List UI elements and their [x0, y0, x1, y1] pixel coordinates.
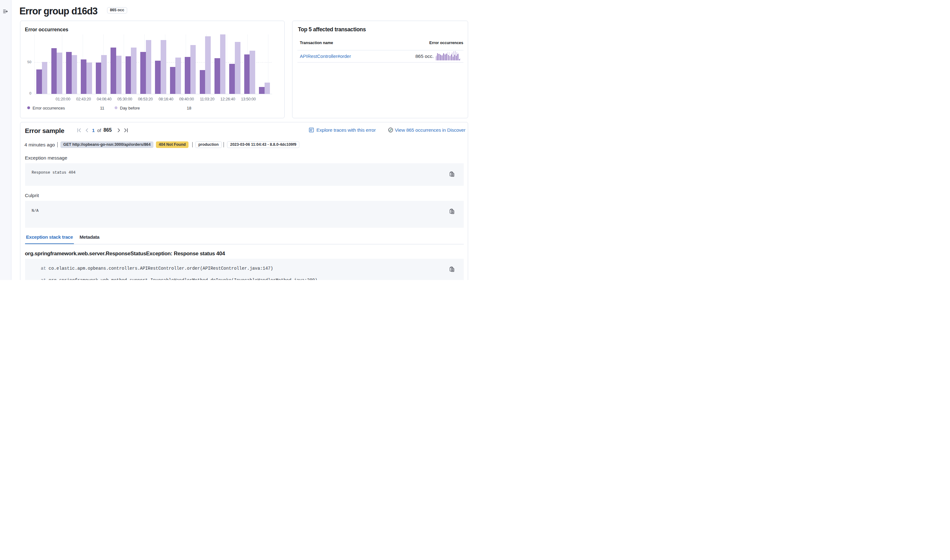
copy-exception-message-button[interactable]: [450, 171, 454, 177]
copy-clipboard-icon: [450, 209, 454, 214]
stack-trace-frame: at org.springframework.web.method.suppor…: [41, 278, 318, 280]
bar-day-before: [175, 58, 181, 94]
bar-day-before: [190, 45, 196, 94]
bar-error-occurrences: [81, 60, 86, 94]
bar-error-occurrences: [229, 64, 235, 94]
pagination-of-label: of: [97, 128, 102, 133]
copy-culprit-button[interactable]: [450, 209, 454, 214]
table-row-divider: [298, 62, 463, 63]
bar-error-occurrences: [140, 52, 146, 94]
release-badge: 2023-03-06 11:04:43 - 8.8.0-4dc109f9: [227, 142, 299, 148]
bar-error-occurrences: [200, 70, 205, 94]
arrow-left-icon: [84, 128, 89, 133]
bar-day-before: [205, 36, 211, 94]
chart-vertical-gridline: [227, 34, 227, 94]
bar-day-before: [265, 83, 270, 94]
transaction-occurrences-value: 865 occ.: [415, 54, 434, 59]
meta-separator: [192, 142, 193, 147]
error-timestamp-ago: 4 minutes ago: [25, 142, 55, 148]
top-transactions-title: Top 5 affected transactions: [298, 26, 366, 33]
column-header-transaction-name: Transaction name: [300, 41, 333, 45]
legend-dot-icon: [27, 106, 30, 109]
pagination-previous-button[interactable]: [84, 128, 89, 133]
stack-frame-location: co.elastic.apm.opbeans.controllers.APIRe…: [49, 266, 273, 271]
stack-frame-location: org.springframework.web.method.support.I…: [49, 278, 318, 280]
pagination-next-button[interactable]: [116, 128, 122, 133]
chart-x-tick-label: 01:20:00: [52, 97, 74, 102]
bar-day-before: [72, 55, 77, 94]
pagination-current-page[interactable]: 1: [92, 128, 94, 133]
bar-day-before: [131, 48, 137, 94]
environment-badge: production: [195, 142, 222, 148]
bar-error-occurrences: [170, 67, 176, 94]
apm-trace-icon: [309, 127, 314, 133]
legend-dot-icon: [115, 106, 117, 109]
legend-value: 11: [100, 106, 105, 111]
arrow-start-icon: [77, 128, 82, 133]
bar-day-before: [57, 52, 62, 94]
stack-frame-at-prefix: at: [41, 266, 49, 271]
transaction-link[interactable]: APIRestController#order: [300, 54, 351, 59]
sparkline-bar: [460, 58, 460, 60]
chart-x-tick-label: 12:26:40: [217, 97, 239, 102]
active-tab-underline: [25, 243, 74, 244]
stack-trace-block: at co.elastic.apm.opbeans.controllers.AP…: [25, 259, 464, 280]
bar-day-before: [42, 62, 48, 94]
discover-compass-icon: [388, 127, 393, 133]
arrow-end-icon: [123, 128, 128, 133]
bar-error-occurrences: [111, 48, 116, 94]
legend-label: Day before: [120, 106, 140, 111]
culprit-block: N/A: [25, 201, 464, 228]
bar-day-before: [220, 34, 226, 94]
bar-day-before: [235, 42, 241, 94]
exception-message-block: Response status 404: [25, 163, 464, 186]
chart-x-tick-label: 02:43:20: [72, 97, 94, 102]
bar-error-occurrences: [214, 58, 220, 94]
chart-x-tick-label: 05:30:00: [114, 97, 136, 102]
chart-x-tick-label: 08:16:40: [155, 97, 177, 102]
tab-exception-stack-trace[interactable]: Exception stack trace: [26, 234, 73, 240]
column-header-error-occurrences: Error occurrences: [429, 41, 463, 45]
copy-clipboard-icon: [450, 266, 454, 272]
arrow-right-icon: [116, 128, 122, 133]
legend-value: 18: [187, 106, 191, 111]
bar-error-occurrences: [36, 69, 42, 94]
legend-label: Error occurrences: [32, 106, 65, 111]
chart-legend-item[interactable]: Day before18: [115, 105, 191, 111]
pagination-total-pages: 865: [103, 127, 112, 133]
bar-day-before: [250, 51, 255, 94]
expand-sidebar-button[interactable]: [3, 8, 9, 14]
stack-trace-frame: at co.elastic.apm.opbeans.controllers.AP…: [41, 266, 273, 271]
top-transactions-panel: [292, 21, 468, 118]
error-occurrences-chart[interactable]: [34, 34, 272, 94]
chart-x-tick-label: 11:03:20: [196, 97, 218, 102]
bar-error-occurrences: [185, 57, 190, 94]
error-sample-title: Error sample: [25, 127, 65, 134]
page-title: Error group d16d3: [19, 6, 97, 16]
bar-error-occurrences: [96, 63, 102, 94]
apm-trace-glyph: [309, 127, 314, 133]
bar-day-before: [146, 40, 151, 94]
exception-message-value: Response status 404: [32, 171, 76, 175]
bar-day-before: [101, 55, 107, 94]
stack-trace-exception-title: org.springframework.web.server.ResponseS…: [25, 251, 225, 257]
chart-x-tick-label: 04:06:40: [93, 97, 115, 102]
chart-legend-item[interactable]: Error occurrences11: [27, 105, 104, 111]
view-occurrences-discover-link[interactable]: View 865 occurrences in Discover: [395, 127, 465, 133]
pagination-last-button[interactable]: [123, 128, 128, 133]
status-code-badge: 404 Not Found: [156, 142, 188, 148]
bar-error-occurrences: [51, 48, 57, 94]
bar-error-occurrences: [259, 87, 265, 94]
bar-day-before: [116, 56, 122, 94]
meta-separator: [57, 142, 58, 147]
pagination-first-button[interactable]: [77, 128, 82, 133]
bar-error-occurrences: [155, 61, 160, 94]
bar-day-before: [160, 40, 166, 94]
explore-traces-link[interactable]: Explore traces with this error: [316, 127, 376, 133]
copy-stack-trace-button[interactable]: [450, 266, 454, 272]
bar-error-occurrences: [126, 56, 131, 94]
chart-left-edge-line: [34, 34, 35, 94]
tab-metadata[interactable]: Metadata: [80, 234, 99, 240]
chart-x-tick-label: 06:53:20: [134, 97, 156, 102]
chart-x-tick-label: 13:50:00: [238, 97, 259, 102]
